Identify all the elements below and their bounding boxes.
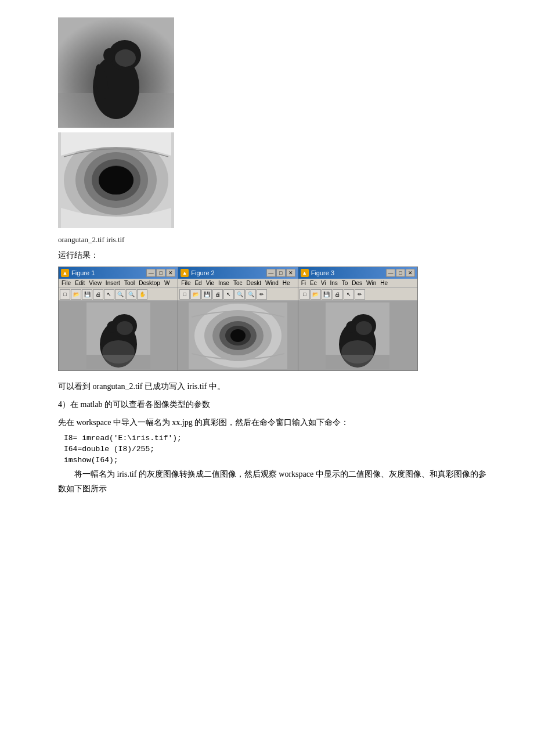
fig3-menu-win[interactable]: Win: [365, 279, 378, 287]
fig2-toolbar-pencil[interactable]: ✏: [257, 289, 267, 300]
page-content: orangutan_2.tif iris.tif 运行结果： ▲ Figure …: [58, 17, 488, 499]
fig2-titlebar: ▲ Figure 2 — □ ✕: [178, 267, 297, 279]
fig2-toolbar: □ 📂 💾 🖨 ↖ 🔍 🔍 ✏: [178, 288, 297, 301]
image-caption: orangutan_2.tif iris.tif: [58, 235, 488, 244]
fig2-menu-file[interactable]: File: [179, 279, 192, 287]
svg-point-14: [106, 171, 127, 189]
svg-point-33: [356, 321, 372, 335]
fig2-menu-inse[interactable]: Inse: [217, 279, 231, 287]
fig2-title-btns[interactable]: — □ ✕: [266, 269, 295, 277]
fig3-minimize-btn[interactable]: —: [386, 269, 395, 277]
fig2-toolbar-open[interactable]: 📂: [190, 289, 201, 300]
fig1-canvas: [59, 301, 178, 370]
fig1-title: Figure 1: [71, 269, 95, 276]
fig1-toolbar-print[interactable]: 🖨: [93, 289, 103, 300]
fig3-menu-ec[interactable]: Ec: [308, 279, 319, 287]
orangutan-image: [58, 17, 174, 128]
fig3-maximize-btn[interactable]: □: [396, 269, 405, 277]
fig1-toolbar-open[interactable]: 📂: [71, 289, 81, 300]
svg-point-18: [107, 321, 117, 333]
fig3-menu-fi[interactable]: Fi: [300, 279, 308, 287]
matlab-icon2: ▲: [181, 269, 189, 277]
fig2-close-btn[interactable]: ✕: [286, 269, 295, 277]
svg-rect-35: [326, 355, 389, 369]
svg-rect-21: [86, 355, 150, 369]
fig3-menu-ins[interactable]: Ins: [328, 279, 339, 287]
matlab-figures-container: ▲ Figure 1 — □ ✕ File Edit View Insert T…: [58, 267, 418, 371]
fig3-toolbar-arrow[interactable]: ↖: [344, 289, 354, 300]
fig3-menubar: Fi Ec Vi Ins To Des Win He: [298, 279, 417, 288]
fig1-menu-insert[interactable]: Insert: [104, 279, 122, 287]
fig2-toolbar-save[interactable]: 💾: [201, 289, 212, 300]
fig3-toolbar-open[interactable]: 📂: [311, 289, 321, 300]
fig1-title-btns[interactable]: — □ ✕: [146, 269, 175, 277]
para-1: 可以看到 orangutan_2.tif 已成功写入 iris.tif 中。: [58, 379, 488, 394]
fig2-toolbar-new[interactable]: □: [179, 289, 190, 300]
fig2-toolbar-zoomout[interactable]: 🔍: [246, 289, 256, 300]
fig2-canvas: [178, 301, 297, 370]
fig3-menu-to[interactable]: To: [340, 279, 350, 287]
para-2-section: 4）在 matlab 的可以查看各图像类型的参数: [58, 397, 488, 412]
svg-point-13: [99, 165, 134, 195]
iris-image-block: [58, 132, 488, 228]
fig2-menu-wind[interactable]: Wind: [264, 279, 280, 287]
para-4: 将一幅名为 iris.tif 的灰度图像转换成二值图像，然后观察 workspa…: [58, 467, 488, 496]
fig1-maximize-btn[interactable]: □: [156, 269, 165, 277]
fig1-menu-w[interactable]: W: [163, 279, 171, 287]
fig1-toolbar-zoom-in[interactable]: 🔍: [115, 289, 125, 300]
result-title: 运行结果：: [58, 250, 488, 261]
fig3-menu-vi[interactable]: Vi: [319, 279, 328, 287]
fig1-toolbar-new[interactable]: □: [60, 289, 70, 300]
fig3-title-btns[interactable]: — □ ✕: [386, 269, 415, 277]
fig2-toolbar-arrow[interactable]: ↖: [223, 289, 234, 300]
fig3-toolbar-new[interactable]: □: [300, 289, 310, 300]
matlab-icon3: ▲: [301, 269, 309, 277]
fig2-title-left: ▲ Figure 2: [181, 269, 214, 277]
fig2-toolbar-print[interactable]: 🖨: [212, 289, 223, 300]
fig1-menu-tool[interactable]: Tool: [122, 279, 136, 287]
fig3-canvas: [298, 301, 417, 370]
svg-point-12: [92, 159, 140, 201]
fig2-toolbar-zoom[interactable]: 🔍: [234, 289, 245, 300]
matlab-figure2: ▲ Figure 2 — □ ✕ File Ed Vie Inse Toc De…: [178, 267, 298, 371]
fig1-toolbar-zoom-out[interactable]: 🔍: [126, 289, 136, 300]
fig1-menu-file[interactable]: File: [60, 279, 73, 287]
fig1-menu-desktop[interactable]: Desktop: [137, 279, 162, 287]
fig3-toolbar-save[interactable]: 💾: [322, 289, 332, 300]
fig1-menu-view[interactable]: View: [87, 279, 103, 287]
fig2-menu-toc[interactable]: Toc: [232, 279, 244, 287]
matlab-icon: ▲: [61, 269, 69, 277]
fig3-toolbar-pencil[interactable]: ✏: [355, 289, 365, 300]
fig1-menubar: File Edit View Insert Tool Desktop W: [59, 279, 178, 288]
code-line-3: imshow(I64);: [64, 456, 488, 465]
svg-point-28: [230, 329, 246, 342]
fig1-close-btn[interactable]: ✕: [166, 269, 175, 277]
matlab-figure1: ▲ Figure 1 — □ ✕ File Edit View Insert T…: [58, 267, 178, 371]
fig2-menubar: File Ed Vie Inse Toc Deskt Wind He: [178, 279, 297, 288]
fig1-toolbar-pan[interactable]: ✋: [137, 289, 147, 300]
fig1-toolbar-save[interactable]: 💾: [82, 289, 92, 300]
svg-point-6: [115, 49, 136, 67]
svg-point-5: [103, 48, 115, 62]
svg-point-32: [346, 321, 356, 333]
fig1-toolbar-arrow[interactable]: ↖: [104, 289, 114, 300]
fig2-menu-deskt[interactable]: Deskt: [244, 279, 263, 287]
para-3: 先在 workspace 中导入一幅名为 xx.jpg 的真彩图，然后在命令窗口…: [58, 415, 488, 430]
fig2-menu-vie[interactable]: Vie: [204, 279, 216, 287]
fig3-menu-des[interactable]: Des: [350, 279, 364, 287]
fig2-menu-ed[interactable]: Ed: [193, 279, 203, 287]
fig2-minimize-btn[interactable]: —: [266, 269, 276, 277]
code-line-2: I64=double (I8)/255;: [64, 445, 488, 453]
fig2-menu-he[interactable]: He: [281, 279, 292, 287]
fig2-maximize-btn[interactable]: □: [276, 269, 286, 277]
orangutan-image-block: [58, 17, 488, 128]
fig3-title: Figure 3: [311, 269, 334, 276]
fig3-toolbar-print[interactable]: 🖨: [333, 289, 343, 300]
fig1-minimize-btn[interactable]: —: [146, 269, 156, 277]
fig1-menu-edit[interactable]: Edit: [73, 279, 86, 287]
fig3-menu-he[interactable]: He: [378, 279, 389, 287]
code-line-1: I8= imread('E:\iris.tif');: [64, 434, 488, 442]
fig1-title-left: ▲ Figure 1: [61, 269, 95, 277]
fig3-close-btn[interactable]: ✕: [406, 269, 415, 277]
fig3-titlebar: ▲ Figure 3 — □ ✕: [298, 267, 417, 279]
